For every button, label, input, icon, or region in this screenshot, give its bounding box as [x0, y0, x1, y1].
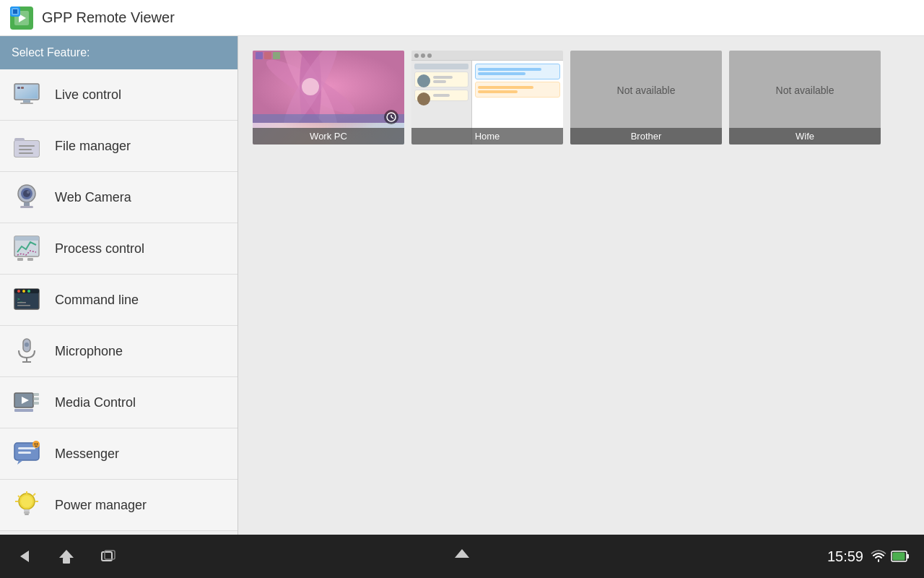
- svg-rect-10: [20, 103, 33, 104]
- sidebar-item-web-camera[interactable]: Web Camera: [0, 172, 237, 223]
- wifi-icon: [871, 548, 886, 564]
- recent-apps-button[interactable]: [98, 546, 118, 566]
- svg-line-59: [18, 496, 20, 498]
- svg-rect-44: [33, 397, 39, 400]
- thumbnail-wife[interactable]: Not available Wife: [729, 51, 881, 144]
- svg-rect-5: [13, 9, 17, 14]
- svg-rect-17: [19, 149, 32, 150]
- svg-point-40: [25, 342, 29, 347]
- app-icon: [9, 5, 35, 31]
- thumbnail-label-wife: Wife: [729, 128, 881, 144]
- svg-rect-84: [907, 554, 909, 558]
- sidebar-item-label-live-control: Live control: [55, 87, 121, 103]
- svg-point-51: [32, 441, 40, 448]
- thumbnail-label-brother: Brother: [570, 128, 722, 144]
- svg-marker-77: [20, 551, 29, 562]
- svg-rect-72: [264, 52, 271, 59]
- back-button[interactable]: [14, 546, 35, 566]
- sidebar-item-label-messenger: Messenger: [55, 447, 119, 462]
- svg-rect-63: [25, 514, 29, 515]
- svg-rect-62: [24, 512, 30, 514]
- status-icons: [871, 548, 910, 564]
- sidebar-header: Select Feature:: [0, 36, 237, 69]
- top-bar: GPP Remote Viewer: [0, 0, 924, 36]
- svg-point-33: [27, 290, 30, 293]
- media-icon: [12, 387, 42, 418]
- svg-rect-9: [23, 100, 30, 103]
- home-button[interactable]: [56, 546, 77, 566]
- sidebar-item-label-media-control: Media Control: [55, 395, 136, 410]
- chat-icon: [12, 439, 42, 469]
- svg-rect-50: [18, 452, 31, 454]
- svg-rect-73: [273, 52, 280, 59]
- thumbnail-brother[interactable]: Not available Brother: [570, 51, 722, 144]
- svg-rect-71: [256, 52, 263, 59]
- svg-rect-28: [27, 258, 33, 261]
- svg-rect-35: [17, 302, 26, 303]
- svg-rect-70: [253, 114, 404, 123]
- svg-point-69: [302, 78, 319, 95]
- sidebar-item-command-line[interactable]: >_ Command line: [0, 275, 237, 326]
- sidebar-item-process-control[interactable]: Process control: [0, 223, 237, 275]
- thumbnails-grid: Work PC: [253, 51, 910, 144]
- sidebar-item-label-web-camera: Web Camera: [55, 190, 131, 205]
- folder-icon: [12, 131, 42, 161]
- svg-line-57: [33, 493, 35, 496]
- svg-point-55: [21, 496, 32, 507]
- not-available-text-brother: Not available: [617, 85, 676, 96]
- svg-point-52: [35, 444, 36, 445]
- svg-rect-24: [20, 206, 33, 208]
- svg-rect-61: [24, 509, 30, 512]
- svg-rect-49: [18, 447, 35, 449]
- svg-point-32: [22, 290, 25, 293]
- svg-rect-36: [17, 305, 30, 306]
- svg-rect-46: [14, 409, 33, 412]
- thumbnail-home[interactable]: Home: [411, 51, 563, 144]
- not-available-text-wife: Not available: [776, 85, 834, 96]
- svg-marker-82: [455, 549, 469, 558]
- monitor-icon: [12, 79, 42, 110]
- terminal-icon: >_: [12, 285, 42, 315]
- sidebar-item-media-control[interactable]: Media Control: [0, 377, 237, 428]
- up-button[interactable]: [450, 542, 474, 568]
- svg-marker-78: [59, 550, 74, 558]
- bottom-nav-right: 15:59: [827, 548, 910, 565]
- clock-icon: [384, 110, 398, 124]
- bulb-icon: [12, 490, 42, 520]
- svg-rect-79: [63, 558, 70, 564]
- sidebar-item-messenger[interactable]: Messenger: [0, 428, 237, 480]
- svg-rect-26: [14, 236, 39, 241]
- sidebar-item-power-manager[interactable]: Power manager: [0, 480, 237, 531]
- sidebar: Select Feature:: [0, 36, 238, 535]
- mic-icon: [12, 336, 42, 366]
- svg-rect-45: [33, 402, 39, 405]
- svg-rect-43: [33, 393, 39, 396]
- main-content: Select Feature:: [0, 36, 924, 535]
- svg-rect-12: [21, 87, 24, 89]
- svg-point-31: [17, 290, 20, 293]
- svg-rect-85: [893, 553, 905, 561]
- status-time: 15:59: [827, 548, 863, 565]
- svg-rect-18: [19, 152, 33, 154]
- thumbnail-work-pc[interactable]: Work PC: [253, 51, 404, 144]
- app-title: GPP Remote Viewer: [42, 9, 175, 26]
- svg-text:>_: >_: [17, 296, 23, 302]
- sidebar-item-file-manager[interactable]: File manager: [0, 121, 237, 172]
- sidebar-item-label-power-manager: Power manager: [55, 498, 147, 513]
- sidebar-item-microphone[interactable]: Microphone: [0, 326, 237, 377]
- bottom-bar: 15:59: [0, 535, 924, 578]
- sidebar-item-label-microphone: Microphone: [55, 344, 123, 359]
- svg-line-76: [391, 117, 393, 118]
- svg-rect-27: [17, 258, 23, 261]
- svg-rect-16: [19, 145, 35, 147]
- svg-point-22: [27, 191, 30, 194]
- sidebar-item-live-control[interactable]: Live control: [0, 69, 237, 121]
- battery-icon: [891, 548, 910, 564]
- thumbnail-label-work-pc: Work PC: [253, 128, 404, 144]
- content-area: Work PC: [238, 36, 924, 535]
- svg-marker-48: [17, 460, 23, 465]
- chart-icon: [12, 233, 42, 264]
- thumbnail-label-home: Home: [411, 128, 563, 144]
- svg-rect-11: [17, 87, 20, 89]
- svg-point-21: [23, 190, 30, 197]
